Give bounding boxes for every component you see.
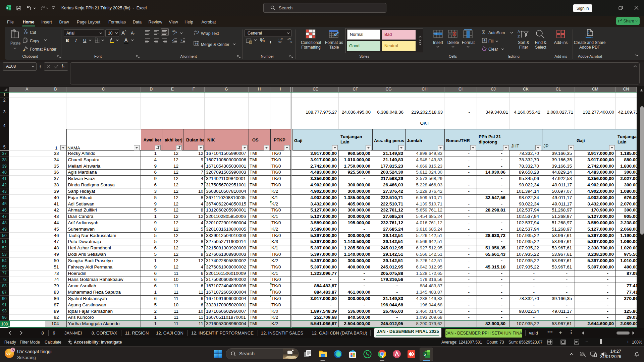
svg-text:Z: Z [518,35,520,39]
svg-text:c: c [194,32,195,35]
svg-text:x: x [6,6,8,9]
svg-text:x: x [424,352,426,356]
svg-text:ab: ab [172,29,175,33]
svg-text:A: A [518,29,520,34]
